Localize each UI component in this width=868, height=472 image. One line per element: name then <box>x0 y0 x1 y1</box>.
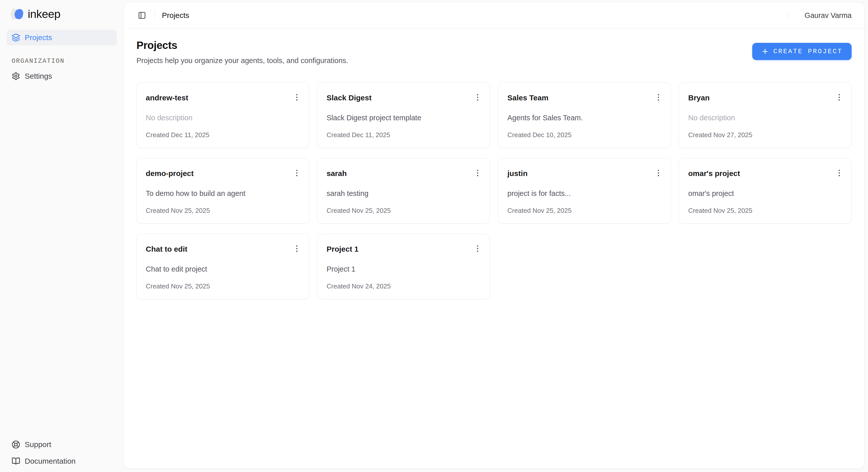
sidebar-item-settings[interactable]: Settings <box>6 68 117 84</box>
project-card[interactable]: justin project is for facts... Created N… <box>498 158 671 224</box>
project-description: Agents for Sales Team. <box>507 114 661 122</box>
panel-left-icon <box>138 11 146 20</box>
layers-icon <box>11 33 20 42</box>
project-card[interactable]: andrew-test No description Created Dec 1… <box>136 83 309 148</box>
sidebar: inkeep Projects ORGANIZATION Settings Su… <box>0 0 124 472</box>
sidebar-item-documentation[interactable]: Documentation <box>6 454 117 469</box>
project-description: project is for facts... <box>507 189 661 198</box>
sidebar-footer: Support Documentation <box>6 437 117 469</box>
create-project-label: CREATE PROJECT <box>773 48 842 55</box>
project-created: Created Nov 25, 2025 <box>688 207 842 214</box>
topbar-divider <box>155 11 155 20</box>
project-title: Sales Team <box>507 93 549 102</box>
project-created: Created Nov 25, 2025 <box>327 207 480 214</box>
main-panel: Projects Gaurav Varma Projects Projects … <box>124 2 865 469</box>
kebab-menu-icon <box>654 168 663 178</box>
plus-icon <box>761 48 769 55</box>
page-title: Projects <box>136 39 348 52</box>
project-menu-button[interactable] <box>653 92 664 103</box>
kebab-menu-icon <box>473 168 483 178</box>
project-created: Created Dec 10, 2025 <box>507 131 661 139</box>
kebab-menu-icon <box>834 168 844 178</box>
project-description: Slack Digest project template <box>327 114 480 122</box>
sidebar-toggle-button[interactable] <box>136 10 148 21</box>
project-title: omar's project <box>688 169 740 178</box>
project-description: Chat to edit project <box>146 265 300 273</box>
project-created: Created Nov 25, 2025 <box>146 207 300 214</box>
brand-name: inkeep <box>28 7 61 21</box>
sidebar-spacer <box>6 84 117 437</box>
project-title: Chat to edit <box>146 245 187 254</box>
project-description: omar's project <box>688 189 842 198</box>
project-title: Bryan <box>688 93 710 102</box>
kebab-menu-icon <box>834 93 844 102</box>
project-title: sarah <box>327 169 347 178</box>
create-project-button[interactable]: CREATE PROJECT <box>752 43 851 60</box>
project-card[interactable]: Chat to edit Chat to edit project Create… <box>136 234 309 299</box>
inkeep-logo-icon <box>10 8 24 20</box>
project-created: Created Nov 24, 2025 <box>327 282 480 290</box>
kebab-menu-icon <box>292 244 302 253</box>
project-title: andrew-test <box>146 93 188 102</box>
life-buoy-icon <box>11 440 20 449</box>
kebab-menu-icon <box>292 168 302 178</box>
page-content: Projects Projects help you organize your… <box>124 29 864 469</box>
kebab-menu-icon <box>473 244 483 253</box>
project-title: justin <box>507 169 528 178</box>
project-card[interactable]: Bryan No description Created Nov 27, 202… <box>679 83 851 148</box>
project-card[interactable]: omar's project omar's project Created No… <box>679 158 851 224</box>
project-menu-button[interactable] <box>472 243 483 254</box>
project-description: No description <box>146 114 300 122</box>
project-title: Slack Digest <box>327 93 371 102</box>
project-created: Created Nov 25, 2025 <box>507 207 661 214</box>
kebab-menu-icon <box>473 93 483 102</box>
topbar: Projects Gaurav Varma <box>124 2 864 29</box>
kebab-menu-icon <box>654 93 663 102</box>
book-open-icon <box>11 457 20 466</box>
project-card[interactable]: Slack Digest Slack Digest project templa… <box>317 83 490 148</box>
project-description: Project 1 <box>327 265 480 273</box>
page-header: Projects Projects help you organize your… <box>136 39 851 65</box>
project-card[interactable]: Sales Team Agents for Sales Team. Create… <box>498 83 671 148</box>
sidebar-section-organization: ORGANIZATION <box>11 58 117 65</box>
sidebar-item-support[interactable]: Support <box>6 437 117 452</box>
project-created: Created Nov 25, 2025 <box>146 282 300 290</box>
project-menu-button[interactable] <box>291 243 302 254</box>
breadcrumb: Projects <box>162 11 189 20</box>
sidebar-item-projects[interactable]: Projects <box>6 30 117 45</box>
project-card[interactable]: Project 1 Project 1 Created Nov 24, 2025 <box>317 234 490 299</box>
project-card[interactable]: sarah sarah testing Created Nov 25, 2025 <box>317 158 490 224</box>
project-created: Created Dec 11, 2025 <box>146 131 300 139</box>
project-title: Project 1 <box>327 245 359 254</box>
kebab-menu-icon <box>292 93 302 102</box>
project-description: To demo how to build an agent <box>146 189 300 198</box>
project-menu-button[interactable] <box>834 92 845 103</box>
sidebar-item-label: Projects <box>25 33 52 42</box>
page-subtitle: Projects help you organize your agents, … <box>136 57 348 65</box>
project-created: Created Dec 11, 2025 <box>327 131 480 139</box>
project-menu-button[interactable] <box>653 167 664 179</box>
sidebar-item-label: Documentation <box>25 457 76 466</box>
project-created: Created Nov 27, 2025 <box>688 131 842 139</box>
sidebar-item-label: Support <box>25 440 51 449</box>
project-menu-button[interactable] <box>834 167 845 179</box>
projects-grid: andrew-test No description Created Dec 1… <box>136 83 851 299</box>
brand-logo: inkeep <box>6 7 117 21</box>
project-menu-button[interactable] <box>472 167 483 179</box>
project-menu-button[interactable] <box>472 92 483 103</box>
gear-icon <box>11 72 20 81</box>
project-menu-button[interactable] <box>291 167 302 179</box>
project-card[interactable]: demo-project To demo how to build an age… <box>136 158 309 224</box>
sidebar-item-label: Settings <box>25 72 52 81</box>
project-title: demo-project <box>146 169 194 178</box>
project-description: No description <box>688 114 842 122</box>
user-menu-button[interactable]: Gaurav Varma <box>805 11 851 20</box>
project-description: sarah testing <box>327 189 480 198</box>
project-menu-button[interactable] <box>291 92 302 103</box>
